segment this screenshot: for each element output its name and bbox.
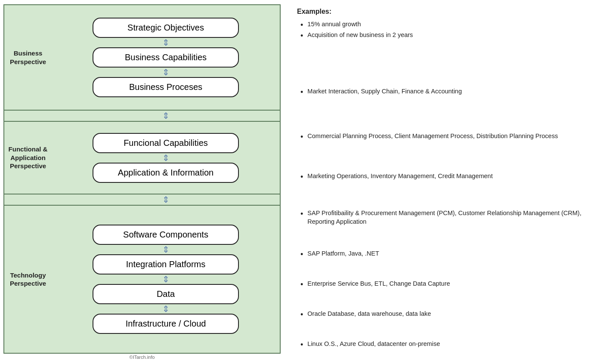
arrow-2: ⇕ [162, 68, 170, 77]
example-text-1: 15% annual growth [307, 20, 361, 28]
arrow-4: ⇕ [162, 245, 170, 254]
example-group-8: • Oracle Database, data warehouse, data … [297, 300, 585, 330]
example-text-6: SAP Profitibaility & Procurement Managem… [307, 209, 585, 226]
example-item-9: • Oracle Database, data warehouse, data … [297, 309, 585, 320]
examples-title: Examples: [297, 8, 585, 15]
arrow-6: ⇕ [162, 304, 170, 314]
example-group-7: • Enterprise Service Bus, ETL, Change Da… [297, 270, 585, 300]
example-item-4: • Commercial Planning Process, Client Ma… [297, 132, 585, 142]
example-group-6: • SAP Platform, Java, .NET [297, 240, 585, 270]
software-components-box: Software Components [93, 225, 239, 245]
example-item-7: • SAP Platform, Java, .NET [297, 249, 585, 260]
example-item-3: • Market Interaction, Supply Chain, Fina… [297, 87, 585, 98]
right-panel: Examples: • 15% annual growth • Acquisit… [284, 0, 594, 364]
bullet-icon-8: • [300, 279, 303, 290]
business-boxes: Strategic Objectives ⇕ Business Capabili… [52, 14, 280, 101]
technology-section: TechnologyPerspective Software Component… [3, 205, 281, 354]
bullet-icon-10: • [300, 339, 303, 350]
example-group-5: • SAP Profitibaility & Procurement Manag… [297, 195, 585, 240]
business-section: BusinessPerspective Strategic Objectives… [3, 4, 281, 111]
app-information-box: Application & Information [93, 163, 239, 183]
data-box: Data [93, 284, 239, 304]
example-text-4: Commercial Planning Process, Client Mana… [307, 132, 558, 140]
arrow-1: ⇕ [162, 38, 170, 47]
example-text-8: Enterprise Service Bus, ETL, Change Data… [307, 279, 450, 288]
watermark: ©ITarch.info [3, 355, 281, 360]
example-group-4: • Marketing Operations, Inventory Manage… [297, 160, 585, 194]
example-item-10: • Linux O.S., Azure Cloud, datacenter on… [297, 339, 585, 350]
example-item-2: • Acquisition of new business in 2 years [297, 31, 585, 41]
business-proceses-box: Business Proceses [93, 77, 239, 97]
business-capabilities-box: Business Capabilities [93, 47, 239, 68]
business-label: BusinessPerspective [4, 46, 52, 69]
arrow-3: ⇕ [162, 153, 170, 163]
example-text-2: Acquisition of new business in 2 years [307, 31, 413, 39]
arrow-5: ⇕ [162, 275, 170, 284]
example-text-7: SAP Platform, Java, .NET [307, 249, 379, 258]
functional-boxes: Funcional Capabilities ⇕ Application & I… [52, 130, 280, 186]
functional-label: Functional &ApplicationPerspective [4, 142, 52, 174]
bullet-icon-9: • [300, 309, 303, 320]
cross-arrow-2: ⇕ [3, 194, 281, 205]
technology-boxes: Software Components ⇕ Integration Platfo… [52, 221, 280, 337]
example-item-8: • Enterprise Service Bus, ETL, Change Da… [297, 279, 585, 290]
technology-label: TechnologyPerspective [4, 268, 52, 291]
example-item-5: • Marketing Operations, Inventory Manage… [297, 172, 585, 182]
example-text-5: Marketing Operations, Inventory Manageme… [307, 172, 492, 180]
example-group-1: • 15% annual growth • Acquisition of new… [297, 18, 585, 70]
left-panel: BusinessPerspective Strategic Objectives… [0, 0, 284, 364]
integration-platforms-box: Integration Platforms [93, 254, 239, 275]
bullet-icon-5: • [300, 172, 303, 182]
example-text-3: Market Interaction, Supply Chain, Financ… [307, 87, 462, 96]
bullet-icon-1: • [300, 20, 303, 31]
bullet-icon-3: • [300, 87, 303, 98]
example-text-9: Oracle Database, data warehouse, data la… [307, 309, 431, 318]
cross-arrow-1: ⇕ [3, 111, 281, 121]
funcional-capabilities-box: Funcional Capabilities [93, 133, 239, 153]
example-group-9: • Linux O.S., Azure Cloud, datacenter on… [297, 330, 585, 360]
bullet-icon-2: • [300, 31, 303, 41]
infrastructure-box: Infrastructure / Cloud [93, 314, 239, 334]
example-text-10: Linux O.S., Azure Cloud, datacenter on-p… [307, 339, 440, 348]
example-item-6: • SAP Profitibaility & Procurement Manag… [297, 209, 585, 226]
example-item-1: • 15% annual growth [297, 20, 585, 31]
bullet-icon-7: • [300, 249, 303, 260]
functional-section: Functional &ApplicationPerspective Funci… [3, 121, 281, 194]
bullet-icon-4: • [300, 132, 303, 142]
example-group-3: • Commercial Planning Process, Client Ma… [297, 115, 585, 160]
strategic-objectives-box: Strategic Objectives [93, 18, 239, 38]
example-group-2: • Market Interaction, Supply Chain, Fina… [297, 70, 585, 115]
bullet-icon-6: • [300, 209, 303, 219]
